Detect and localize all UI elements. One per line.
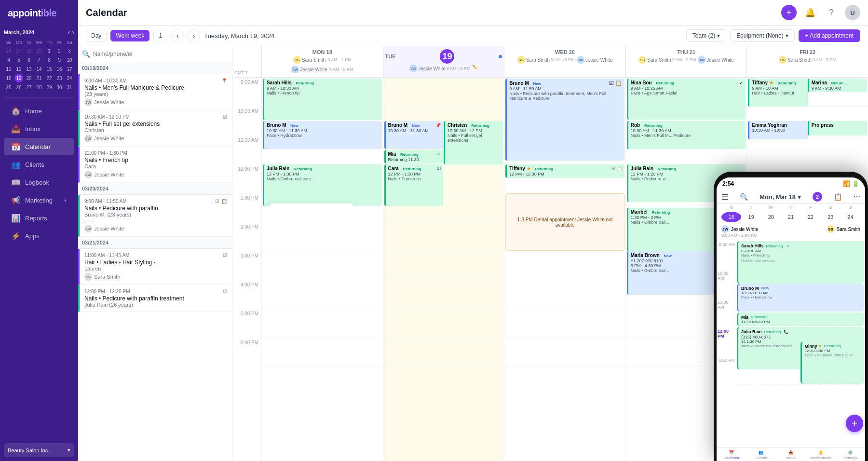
phone-event[interactable]: Ginny ★ Returning 12:30-1:30 PM Face • S… bbox=[800, 341, 864, 384]
list-item[interactable]: 9:00 AM - 10:30 AM 📍 Nails • Men's Full … bbox=[78, 74, 232, 110]
list-item[interactable]: 11:00 AM - 11:45 AM ☑ Hair • Ladies - Ha… bbox=[78, 249, 232, 285]
phone-nav-inbox[interactable]: 📥 Inbox bbox=[776, 450, 806, 460]
phone-date-24[interactable]: 24 bbox=[841, 212, 860, 222]
phone-nav-notifications[interactable]: 🔔 Notifications bbox=[806, 450, 836, 460]
day-view-button[interactable]: Day bbox=[86, 30, 107, 41]
sidebar-item-clients[interactable]: 👥 Clients bbox=[4, 156, 74, 173]
add-button[interactable]: + bbox=[781, 5, 797, 20]
event-block[interactable]: Marina Return... 9 AM - 9:30 AM bbox=[808, 79, 867, 92]
mini-cal-day[interactable]: 2 bbox=[55, 46, 64, 55]
mini-cal-day[interactable]: 3 bbox=[65, 46, 74, 55]
phone-date-19[interactable]: 19 bbox=[741, 212, 761, 222]
mini-cal-day[interactable]: 18 bbox=[4, 74, 13, 82]
search-input[interactable] bbox=[93, 51, 228, 57]
team-filter-button[interactable]: Team (2) ▾ bbox=[686, 29, 726, 42]
event-block[interactable]: Bruno M New 10:30 AM - 11:30 AM Face • H… bbox=[263, 121, 382, 149]
list-item[interactable]: 12:00 PM - 1:30 PM Nails • French tip Ca… bbox=[78, 147, 232, 183]
mini-cal-day[interactable]: 27 bbox=[25, 83, 33, 92]
mini-cal-day[interactable]: 28 bbox=[35, 83, 43, 92]
mini-cal-next[interactable]: › bbox=[72, 28, 74, 36]
equipment-filter-button[interactable]: Equipment (None) ▾ bbox=[730, 29, 794, 42]
mini-cal-prev[interactable]: ‹ bbox=[68, 28, 70, 36]
mini-cal-day[interactable]: 21 bbox=[35, 74, 43, 82]
sidebar-item-inbox[interactable]: 📥 Inbox bbox=[4, 120, 74, 137]
phone-nav-calendar[interactable]: 📅 Calendar bbox=[717, 450, 746, 460]
mini-cal-day[interactable]: 28 bbox=[25, 46, 33, 55]
phone-month-nav[interactable]: Mon, Mar 18 ▾ bbox=[760, 193, 801, 201]
salon-selector[interactable]: Beauty Salon Inc. ▾ bbox=[4, 443, 74, 457]
event-block[interactable]: Tiffany ★ Returning ☑ 📋 12 PM - 12:30 PM bbox=[505, 164, 624, 178]
user-avatar[interactable]: U bbox=[845, 5, 860, 20]
sidebar-item-apps[interactable]: ⚡ Apps bbox=[4, 227, 74, 244]
phone-date-18[interactable]: 18 bbox=[721, 212, 741, 222]
mini-cal-day[interactable]: 20 bbox=[25, 74, 33, 82]
mini-cal-day[interactable]: 1 bbox=[45, 46, 54, 55]
event-block[interactable]: Tiffany ★ Returning 9 AM - 10 AM Hair • … bbox=[748, 79, 807, 107]
mini-cal-day[interactable]: 7 bbox=[35, 55, 43, 64]
mini-cal-day[interactable]: 11 bbox=[4, 65, 13, 73]
mini-cal-day[interactable]: 25 bbox=[4, 83, 13, 92]
next-week-button[interactable]: › bbox=[188, 29, 200, 42]
event-block[interactable]: Cara Returning ☑ 12 PM - 1:30 PM Nails •… bbox=[384, 164, 443, 206]
mini-cal-day[interactable]: 17 bbox=[65, 65, 74, 73]
mini-cal-day[interactable]: 31 bbox=[65, 83, 74, 92]
add-appointment-button[interactable]: + Add appointment bbox=[799, 29, 860, 42]
list-item[interactable]: 10:30 AM - 12:00 PM ☑ Nails • Full set g… bbox=[78, 110, 232, 147]
more-icon[interactable]: ⋯ bbox=[854, 193, 860, 201]
list-item[interactable]: 9:00 AM - 11:50 AM ☑ 📋 Nails • Pedicure … bbox=[78, 195, 232, 237]
event-block[interactable]: Mia Returning ✓ Returning 11.30 bbox=[384, 150, 443, 163]
mini-cal-day[interactable]: 29 bbox=[45, 83, 54, 92]
mini-cal-day[interactable]: 10 bbox=[65, 55, 74, 64]
event-block[interactable]: Nina Bou Returning ✓ 9 AM - 10:25 AM Fac… bbox=[627, 79, 746, 120]
event-block[interactable]: Bruno M New ☑ 📋 9 AM - 11:50 AM Nails • … bbox=[505, 79, 624, 161]
phone-date-21[interactable]: 21 bbox=[781, 212, 800, 222]
sidebar-item-reports[interactable]: 📊 Reports bbox=[4, 209, 74, 227]
mini-cal-day[interactable]: 24 bbox=[65, 74, 74, 82]
event-block[interactable]: Pro press bbox=[808, 121, 867, 136]
sidebar-item-logbook[interactable]: 📖 Logbook bbox=[4, 174, 74, 191]
notifications-button[interactable]: 🔔 bbox=[802, 5, 818, 20]
event-block[interactable]: Bruno M New 📌 10:30 AM - 11:30 AM bbox=[384, 121, 443, 149]
phone-event[interactable]: Bruno M New 10:30-11:30 AM Face • HydraG… bbox=[737, 284, 864, 312]
work-week-view-button[interactable]: Work week bbox=[110, 30, 149, 41]
mini-cal-day[interactable]: 23 bbox=[55, 74, 64, 82]
mini-cal-day[interactable]: 14 bbox=[35, 65, 43, 73]
phone-date-23[interactable]: 23 bbox=[821, 212, 841, 222]
phone-fab-button[interactable]: + bbox=[846, 415, 863, 432]
mini-cal-day[interactable]: 26 bbox=[14, 83, 23, 92]
mini-cal-day[interactable]: 26 bbox=[4, 46, 13, 55]
mini-cal-day[interactable]: 8 bbox=[45, 55, 54, 64]
edit-icon[interactable]: ✏️ bbox=[472, 65, 477, 72]
mini-cal-day[interactable]: 16 bbox=[55, 65, 64, 73]
mini-cal-day[interactable]: 15 bbox=[45, 65, 54, 73]
list-item[interactable]: 12:00 PM - 12:20 PM ☑ Nails • Pedicure w… bbox=[78, 285, 232, 312]
prev-week-button[interactable]: ‹ bbox=[171, 29, 184, 42]
sidebar-item-calendar[interactable]: 📅 Calendar bbox=[4, 138, 74, 155]
phone-event[interactable]: Mia Returning 11:30 AM-12 PM bbox=[737, 312, 864, 326]
event-block[interactable]: Christen Returning 10:30 AM - 12 PM Nail… bbox=[444, 121, 503, 164]
number-view-button[interactable]: 1 bbox=[153, 30, 167, 41]
grid-icon[interactable]: 📋 bbox=[834, 193, 842, 201]
search-icon[interactable]: 🔍 bbox=[740, 193, 748, 201]
sidebar-item-home[interactable]: 🏠 Home bbox=[4, 102, 74, 120]
help-button[interactable]: ? bbox=[824, 5, 839, 20]
event-block[interactable]: Rob Returning 10:30 AM - 11:30 AM Nails … bbox=[627, 121, 746, 149]
mini-cal-day[interactable]: 29 bbox=[35, 46, 43, 55]
phone-nav-settings[interactable]: ⚙️ Settings bbox=[835, 450, 865, 460]
event-block[interactable]: Emma Yoghran 10:30 AM - 10:30 bbox=[748, 121, 807, 139]
mini-cal-day[interactable]: 12 bbox=[14, 65, 23, 73]
menu-icon[interactable]: ☰ bbox=[721, 192, 728, 202]
mini-cal-day[interactable]: 4 bbox=[4, 55, 13, 64]
phone-nav-clients[interactable]: 👥 Clients bbox=[746, 450, 776, 460]
mini-cal-day[interactable]: 13 bbox=[25, 65, 33, 73]
event-block[interactable]: Julia Rain Returning 12 PM - 1:30 PM Nai… bbox=[263, 164, 382, 206]
mini-cal-day[interactable]: 27 bbox=[14, 46, 23, 55]
sidebar-item-marketing[interactable]: 📢 Marketing ▾ bbox=[4, 191, 74, 209]
phone-event[interactable]: Sarah Hills Returning ✓ 9-10:30 AM Nails… bbox=[737, 241, 864, 284]
phone-date-22[interactable]: 22 bbox=[801, 212, 821, 222]
mini-cal-day[interactable]: 6 bbox=[25, 55, 33, 64]
phone-date-20[interactable]: 20 bbox=[761, 212, 781, 222]
event-block[interactable]: Sarah Hills Returning 9 AM - 10:30 AM Na… bbox=[263, 79, 382, 120]
mini-cal-day-today[interactable]: 19 bbox=[14, 74, 23, 82]
mini-cal-day[interactable]: 22 bbox=[45, 74, 54, 82]
